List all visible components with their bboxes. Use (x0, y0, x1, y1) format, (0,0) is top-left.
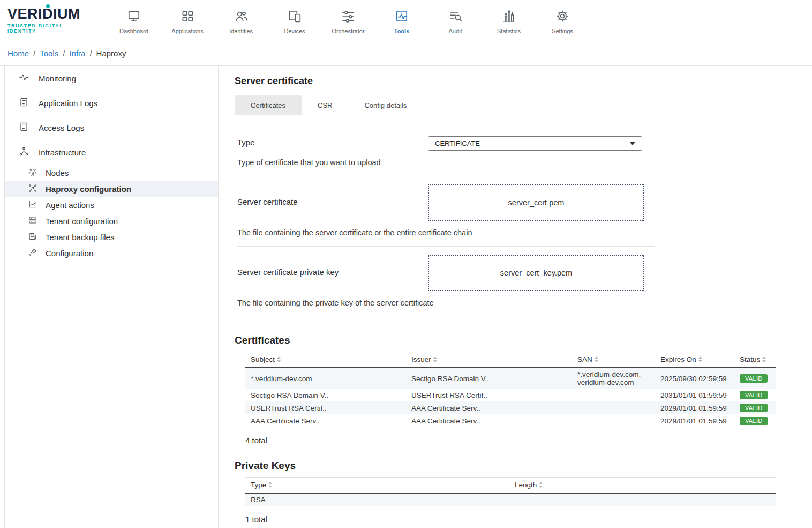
column-header-length[interactable]: Length (509, 478, 776, 494)
nodes-icon (28, 168, 37, 178)
nav-item-label: Identities (229, 28, 253, 34)
column-header-status[interactable]: Status (734, 352, 776, 368)
audit-icon (448, 9, 462, 24)
dashboard-icon (127, 9, 141, 24)
column-header-type[interactable]: Type (245, 478, 509, 494)
type-help-text: Type of certificate that you want to upl… (237, 158, 655, 167)
nav-item-label: Audit (448, 28, 462, 34)
nav-item-label: Tools (394, 28, 410, 34)
nav-item-label: Orchestrator (332, 28, 364, 34)
private-key-dropzone[interactable]: server_cert_key.pem (428, 255, 644, 291)
type-block: Type CERTIFICATE Type of certificate tha… (237, 128, 655, 176)
tab-config-details[interactable]: Config details (348, 95, 423, 115)
content-area: Monitoring Application Logs Access Logs … (0, 65, 812, 528)
sidebar-item-haproxy-configuration[interactable]: Haproxy configuration (5, 181, 218, 197)
column-header-subject[interactable]: Subject (245, 352, 406, 368)
nav-item-label: Settings (552, 28, 573, 34)
cell-issuer: AAA Certificate Serv.. (406, 414, 572, 427)
sidebar-item-monitoring[interactable]: Monitoring (5, 66, 218, 91)
sidebar-item-label: Tenant backup files (46, 233, 114, 242)
tab-certificates[interactable]: Certificates (235, 95, 302, 115)
column-header-san[interactable]: SAN (572, 352, 655, 368)
column-header-issuer[interactable]: Issuer (406, 352, 572, 368)
sidebar-item-agent-actions[interactable]: Agent actions (5, 197, 218, 213)
cell-san: *.veridium-dev.com, veridium-dev.com (572, 368, 655, 389)
cell-subject: *.veridium-dev.com (245, 368, 406, 389)
nav-item-statistics[interactable]: Statistics (482, 7, 536, 34)
sort-icon (762, 356, 766, 364)
table-row: *.veridium-dev.com Sectigo RSA Domain V.… (245, 368, 776, 389)
server-certificate-dropzone[interactable]: server_cert.pem (428, 184, 644, 221)
nav-item-audit[interactable]: Audit (428, 7, 482, 34)
sitemap-icon (19, 146, 29, 158)
sidebar-item-label: Monitoring (39, 74, 76, 83)
cell-subject: AAA Certificate Serv.. (245, 414, 406, 427)
document-icon (19, 97, 29, 109)
nav-item-settings[interactable]: Settings (536, 7, 589, 34)
cell-san (572, 401, 655, 414)
page-title: Server certificate (227, 76, 812, 87)
private-keys-section-title: Private Keys (227, 460, 812, 472)
sidebar-item-configuration[interactable]: Configuration (5, 245, 218, 261)
devices-icon (288, 9, 302, 24)
cell-expires: 2025/09/30 02:59:59 (655, 368, 734, 389)
sidebar-item-access-logs[interactable]: Access Logs (5, 115, 218, 140)
nav-item-label: Devices (284, 28, 305, 34)
cell-issuer: USERTrust RSA Certif.. (406, 389, 572, 401)
status-badge: VALID (740, 374, 768, 383)
nav-item-orchestrator[interactable]: Orchestrator (321, 7, 375, 34)
certificate-type-value: CERTIFICATE (435, 139, 480, 147)
nav-items: Dashboard Applications Identities Device… (107, 7, 589, 34)
certificate-form: Type CERTIFICATE Type of certificate tha… (237, 128, 655, 316)
brand-logo[interactable]: VERIDIUM TRUSTED DIGITAL IDENTITY (7, 7, 93, 34)
tools-icon (395, 9, 409, 24)
status-badge: VALID (740, 417, 768, 425)
nav-item-label: Statistics (497, 28, 521, 34)
nav-item-devices[interactable]: Devices (268, 7, 321, 34)
table-row: Sectigo RSA Domain V.. USERTrust RSA Cer… (245, 389, 776, 401)
wrench-icon (28, 248, 37, 258)
private-keys-table: Type Length RSA (245, 477, 776, 506)
cell-subject: USERTrust RSA Certif.. (245, 401, 406, 414)
cell-expires: 2029/01/01 01:59:59 (655, 414, 734, 427)
nav-item-identities[interactable]: Identities (214, 7, 268, 34)
sidebar-item-infrastructure[interactable]: Infrastructure (5, 140, 218, 165)
table-row: RSA (245, 493, 776, 506)
tab-csr[interactable]: CSR (302, 95, 348, 115)
server-certificate-filename: server_cert.pem (508, 198, 565, 207)
breadcrumb-separator: / (63, 49, 65, 58)
nav-item-dashboard[interactable]: Dashboard (107, 7, 161, 34)
breadcrumb: Home / Tools / Infra / Haproxy (0, 41, 812, 65)
table-row: USERTrust RSA Certif.. AAA Certificate S… (245, 401, 776, 414)
sidebar-item-application-logs[interactable]: Application Logs (5, 91, 218, 115)
nav-item-applications[interactable]: Applications (161, 7, 214, 34)
brand-name: VERIDIUM (7, 7, 93, 21)
settings-icon (555, 9, 569, 24)
sidebar-item-label: Infrastructure (39, 148, 86, 157)
breadcrumb-home[interactable]: Home (7, 49, 29, 58)
private-keys-total: 1 total (245, 515, 812, 524)
cell-issuer: AAA Certificate Serv.. (406, 401, 572, 414)
cell-expires: 2029/01/01 01:59:59 (655, 401, 734, 414)
private-key-label: Server certificate private key (237, 255, 428, 277)
certificates-table: Subject Issuer SAN Expires On Status *.v… (245, 352, 776, 427)
nav-item-tools[interactable]: Tools (375, 7, 428, 34)
server-certificate-help-text: The file containing the server certifica… (237, 228, 655, 237)
brand-tagline: TRUSTED DIGITAL IDENTITY (7, 23, 93, 34)
breadcrumb-infra[interactable]: Infra (69, 49, 85, 58)
monitoring-icon (19, 72, 29, 84)
sidebar-item-tenant-configuration[interactable]: Tenant configuration (5, 213, 218, 229)
private-key-help-text: The file containing the private key of t… (237, 299, 655, 307)
statistics-icon (502, 9, 516, 24)
top-nav: VERIDIUM TRUSTED DIGITAL IDENTITY Dashbo… (0, 0, 812, 41)
breadcrumb-tools[interactable]: Tools (40, 49, 58, 58)
document-icon (19, 122, 29, 133)
private-key-filename: server_cert_key.pem (500, 269, 572, 277)
certificate-type-select[interactable]: CERTIFICATE (428, 136, 642, 151)
sidebar-item-tenant-backup-files[interactable]: Tenant backup files (5, 229, 218, 245)
cell-san (572, 414, 655, 427)
sidebar: Monitoring Application Logs Access Logs … (4, 66, 219, 528)
sidebar-item-nodes[interactable]: Nodes (5, 165, 218, 181)
column-header-expires-on[interactable]: Expires On (655, 352, 734, 368)
cell-san (572, 389, 655, 401)
